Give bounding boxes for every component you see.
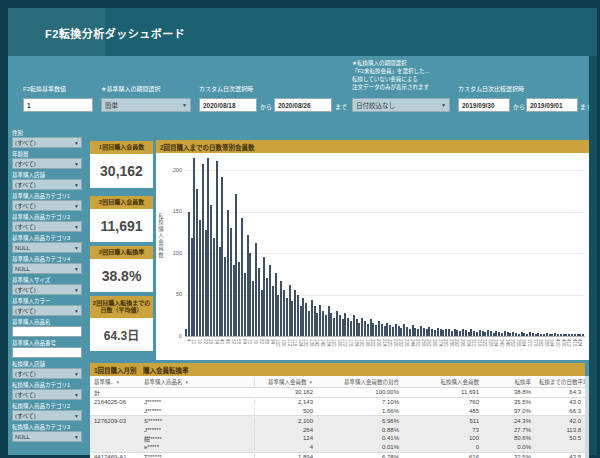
bar[interactable] xyxy=(188,212,190,336)
bar[interactable] xyxy=(196,189,198,336)
bar[interactable] xyxy=(579,334,581,337)
bar[interactable] xyxy=(305,303,307,336)
bar[interactable] xyxy=(484,332,486,336)
bar[interactable] xyxy=(258,268,260,336)
bar[interactable] xyxy=(344,313,346,336)
bar[interactable] xyxy=(431,329,433,337)
bar[interactable] xyxy=(361,318,363,336)
bar[interactable] xyxy=(328,306,330,336)
bar[interactable] xyxy=(381,324,383,336)
bar[interactable] xyxy=(199,220,201,336)
bar[interactable] xyxy=(507,332,509,336)
bar[interactable] xyxy=(269,265,271,336)
filter-select[interactable]: (すべて)▼ xyxy=(12,221,82,232)
bar[interactable] xyxy=(442,330,444,336)
bar[interactable] xyxy=(375,325,377,336)
bar[interactable] xyxy=(504,331,506,336)
bar[interactable] xyxy=(238,262,240,337)
bar[interactable] xyxy=(300,306,302,336)
bar[interactable] xyxy=(339,315,341,337)
bar[interactable] xyxy=(191,238,193,336)
dashboard-scrollbar[interactable] xyxy=(589,56,597,455)
bar[interactable] xyxy=(244,273,246,336)
bar[interactable] xyxy=(571,334,573,337)
bar[interactable] xyxy=(509,333,511,336)
bar[interactable] xyxy=(459,331,461,336)
base-period-select[interactable]: 簡単 ▼ xyxy=(101,98,191,112)
bar[interactable] xyxy=(372,323,374,336)
bar[interactable] xyxy=(286,298,288,336)
bar[interactable] xyxy=(193,158,195,336)
bar[interactable] xyxy=(384,326,386,336)
bar[interactable] xyxy=(241,218,243,336)
filter-select[interactable]: (すべて)▼ xyxy=(12,200,82,211)
bar[interactable] xyxy=(289,285,291,336)
bar[interactable] xyxy=(291,301,293,336)
table-row[interactable]: 4412469-A1T******1,8946.28%61632.5%43.5 xyxy=(90,452,585,458)
bar[interactable] xyxy=(378,321,380,336)
bar[interactable] xyxy=(233,265,235,336)
bar[interactable] xyxy=(551,334,553,336)
bar[interactable] xyxy=(557,334,559,337)
bar[interactable] xyxy=(445,329,447,337)
bar[interactable] xyxy=(302,298,304,336)
bar[interactable] xyxy=(440,329,442,336)
bar[interactable] xyxy=(364,321,366,336)
bar[interactable] xyxy=(386,323,388,336)
bar[interactable] xyxy=(543,334,545,337)
bar[interactable] xyxy=(210,205,212,336)
bar[interactable] xyxy=(518,334,520,337)
column-header[interactable]: 転換率 xyxy=(483,378,535,386)
bar[interactable] xyxy=(490,331,492,336)
bar[interactable] xyxy=(353,315,355,337)
column-header[interactable]: 基準購入会員数の割合 xyxy=(317,378,403,386)
filter-select[interactable]: (すべて)▼ xyxy=(12,284,82,295)
bar[interactable] xyxy=(412,325,414,336)
filter-select[interactable]: (すべて)▼ xyxy=(12,368,82,379)
bar[interactable] xyxy=(482,331,484,336)
bar[interactable] xyxy=(574,334,576,336)
sort-icon[interactable]: ▼ xyxy=(309,380,313,385)
bar[interactable] xyxy=(272,286,274,336)
bar[interactable] xyxy=(392,327,394,336)
bar[interactable] xyxy=(247,235,249,336)
bar[interactable] xyxy=(336,311,338,336)
bar[interactable] xyxy=(294,290,296,336)
bar[interactable] xyxy=(523,333,525,336)
bar[interactable] xyxy=(537,333,539,336)
bar[interactable] xyxy=(487,330,489,336)
bar[interactable] xyxy=(322,311,324,336)
bar[interactable] xyxy=(515,333,517,336)
bar[interactable] xyxy=(400,328,402,336)
table-row[interactable]: J******2640.88%7327.7%113.8 xyxy=(90,425,585,434)
table-row[interactable]: 1276209-03S******2,1006.96%51124.3%42.0 xyxy=(90,415,585,425)
bar[interactable] xyxy=(568,334,570,336)
bar[interactable] xyxy=(448,329,450,336)
bar[interactable] xyxy=(249,253,251,336)
bar[interactable] xyxy=(389,325,391,336)
bar[interactable] xyxy=(311,300,313,336)
filter-select[interactable]: (すべて)▼ xyxy=(12,179,82,190)
filter-select[interactable]: NULL▼ xyxy=(12,431,82,442)
bar[interactable] xyxy=(512,332,514,336)
bar[interactable] xyxy=(283,290,285,336)
bar[interactable] xyxy=(546,333,548,336)
bar[interactable] xyxy=(535,334,537,337)
bar[interactable] xyxy=(330,313,332,336)
filter-select[interactable]: NULL▼ xyxy=(12,263,82,274)
filter-select[interactable]: (すべて)▼ xyxy=(12,389,82,400)
bar[interactable] xyxy=(560,334,562,336)
bar[interactable] xyxy=(224,257,226,337)
bar[interactable] xyxy=(521,332,523,336)
bar[interactable] xyxy=(493,333,495,336)
bar[interactable] xyxy=(342,319,344,336)
bar[interactable] xyxy=(333,318,335,336)
bar[interactable] xyxy=(403,324,405,336)
column-header[interactable]: 基準購入商品名▼ xyxy=(140,378,255,386)
bar[interactable] xyxy=(297,295,299,336)
filter-select[interactable]: (すべて)▼ xyxy=(12,158,82,169)
filter-select[interactable]: (すべて)▼ xyxy=(12,305,82,316)
bar[interactable] xyxy=(451,331,453,336)
bar[interactable] xyxy=(437,328,439,336)
bar[interactable] xyxy=(479,330,481,336)
